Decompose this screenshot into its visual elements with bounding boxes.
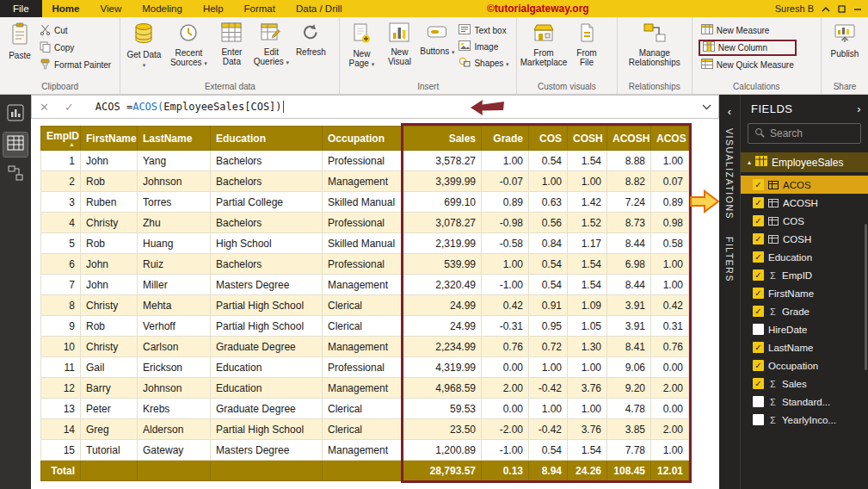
from-marketplace-button[interactable]: From Marketplace (520, 19, 568, 68)
formula-input[interactable]: ACOS = ACOS(EmployeeSales[COS]) (95, 101, 284, 113)
commit-formula-icon[interactable]: ✓ (57, 101, 82, 114)
fields-search-input[interactable]: Search (748, 123, 861, 144)
table-row[interactable]: 8ChristyMehtaPartial High SchoolClerical… (41, 295, 689, 316)
table-row[interactable]: 11GailEricksonEducationProfessional4,319… (41, 357, 689, 378)
restore-window-icon[interactable] (838, 5, 846, 13)
field-checkbox-checked[interactable]: ✓ (753, 233, 764, 244)
image-button[interactable]: Image (456, 39, 511, 55)
tab-view[interactable]: View (89, 0, 132, 17)
table-row[interactable]: 14GregAldersonPartial High SchoolClerica… (41, 419, 689, 440)
fields-scrollbar[interactable] (865, 224, 867, 370)
shapes-button[interactable]: Shapes ▾ (456, 55, 511, 71)
field-item-acosh[interactable]: ✓ACOSH (741, 194, 868, 212)
filters-pane-tab[interactable]: FILTERS (724, 237, 735, 282)
field-checkbox-unchecked[interactable] (753, 324, 764, 335)
edit-queries-button[interactable]: Edit Queries ▾ (250, 19, 292, 67)
data-view-button[interactable] (3, 133, 28, 157)
column-header-firstname[interactable]: FirstName (81, 127, 138, 151)
table-row[interactable]: 7JohnMillerMasters DegreeManagement2,320… (41, 275, 689, 295)
field-checkbox-checked[interactable]: ✓ (753, 179, 764, 190)
field-item-cos[interactable]: ✓COS (741, 212, 868, 230)
column-header-occupation[interactable]: Occupation (323, 127, 403, 151)
new-measure-button[interactable]: New Measure (699, 22, 797, 39)
new-page-button[interactable]: New Page ▾ (342, 19, 380, 69)
field-checkbox-checked[interactable]: ✓ (753, 306, 764, 317)
cancel-formula-icon[interactable]: ✕ (32, 101, 57, 114)
field-item-standard[interactable]: ΣStandard... (741, 393, 868, 411)
field-item-occupation[interactable]: ✓Occupation (741, 356, 868, 374)
enter-data-button[interactable]: Enter Data (212, 19, 250, 67)
recent-sources-button[interactable]: Recent Sources ▾ (164, 19, 212, 68)
column-header-sales[interactable]: Sales (403, 127, 482, 151)
table-row[interactable]: 2RobJohnsonBachelorsManagement3,399.99-0… (41, 171, 689, 192)
report-view-button[interactable] (3, 102, 28, 127)
field-item-sales[interactable]: ✓ΣSales (741, 374, 868, 393)
field-checkbox-checked[interactable]: ✓ (753, 342, 764, 353)
format-painter-button[interactable]: Format Painter (37, 57, 114, 74)
get-data-button[interactable]: Get Data ▾ (123, 19, 164, 70)
field-checkbox-checked[interactable]: ✓ (753, 378, 764, 389)
new-quick-measure-button[interactable]: New Quick Measure (699, 57, 797, 73)
cut-button[interactable]: Cut (37, 22, 114, 40)
field-item-cosh[interactable]: ✓COSH (741, 230, 868, 248)
column-header-cos[interactable]: COS (529, 127, 568, 151)
copy-button[interactable]: Copy (37, 40, 114, 57)
field-checkbox-checked[interactable]: ✓ (753, 197, 764, 208)
from-file-button[interactable]: From File (568, 19, 606, 68)
buttons-button[interactable]: Buttons ▾ (418, 19, 456, 56)
model-view-button[interactable] (3, 163, 28, 187)
field-item-acos[interactable]: ✓ACOS (741, 176, 868, 194)
field-checkbox-unchecked[interactable] (753, 396, 764, 407)
column-header-lastname[interactable]: LastName (138, 127, 211, 151)
new-column-button[interactable]: New Column (699, 40, 797, 56)
field-item-firstname[interactable]: ✓FirstName (741, 284, 868, 302)
tab-data-drill[interactable]: Data / Drill (286, 0, 353, 17)
field-checkbox-checked[interactable]: ✓ (753, 288, 764, 299)
field-checkbox-checked[interactable]: ✓ (753, 251, 764, 263)
table-row[interactable]: 10ChristyCarlsonGraduate DegreeManagemen… (41, 337, 689, 357)
field-checkbox-checked[interactable]: ✓ (753, 269, 764, 281)
formula-bar[interactable]: ✕ ✓ ACOS = ACOS(EmployeeSales[COS]) (31, 95, 719, 119)
field-checkbox-checked[interactable]: ✓ (753, 360, 764, 371)
collapse-fields-chevron-icon[interactable]: ‹ (728, 105, 731, 118)
field-checkbox-unchecked[interactable] (753, 414, 764, 425)
field-item-grade[interactable]: ✓ΣGrade (741, 302, 868, 320)
paste-button[interactable]: Paste (3, 19, 37, 60)
column-header-grade[interactable]: Grade (482, 127, 529, 151)
tab-modeling[interactable]: Modeling (132, 0, 193, 17)
table-row[interactable]: 12BarryJohnsonEducationManagement4,968.5… (41, 378, 689, 399)
field-checkbox-checked[interactable]: ✓ (753, 215, 764, 226)
visualizations-pane-tab[interactable]: VISUALIZATIONS (724, 128, 735, 220)
text-box-button[interactable]: Text box (456, 22, 511, 39)
table-row[interactable]: 3RubenTorresPartial CollegeSkilled Manua… (41, 192, 689, 213)
manage-relationships-button[interactable]: Manage Relationships (622, 19, 687, 68)
dataset-employeesales[interactable]: ▴ EmployeeSales (741, 152, 868, 172)
dataset-expander-icon[interactable]: ▴ (748, 158, 751, 166)
refresh-button[interactable]: Refresh (292, 19, 329, 57)
field-item-lastname[interactable]: ✓LastName (741, 338, 868, 356)
field-item-empid[interactable]: ✓ΣEmpID (741, 266, 868, 284)
tab-home[interactable]: Home (42, 0, 90, 17)
tab-help[interactable]: Help (193, 0, 234, 17)
publish-button[interactable]: Publish (824, 19, 865, 59)
table-row[interactable]: 15TutorialGatewayMasters DegreeManagemen… (41, 440, 689, 461)
table-row[interactable]: 1JohnYangBachelorsProfessional3,578.271.… (41, 151, 689, 171)
minimize-window-icon[interactable] (853, 5, 862, 13)
column-header-acos[interactable]: ACOS (651, 127, 689, 151)
field-item-hiredate[interactable]: HireDate (741, 320, 868, 338)
table-row[interactable]: 9RobVerhoffPartial High SchoolClerical24… (41, 316, 689, 337)
column-header-acosh[interactable]: ACOSH (607, 127, 651, 151)
column-header-empid[interactable]: EmpID▲ (41, 127, 81, 151)
column-header-education[interactable]: Education (211, 127, 323, 151)
table-row[interactable]: 5RobHuangHigh SchoolSkilled Manual2,319.… (41, 233, 689, 254)
collapse-ribbon-icon[interactable] (822, 6, 830, 12)
column-header-cosh[interactable]: COSH (568, 127, 607, 151)
table-row[interactable]: 13PeterKrebsGraduate DegreeClerical59.53… (41, 399, 689, 419)
formula-expand-chevron-icon[interactable] (702, 104, 711, 110)
new-visual-button[interactable]: New Visual (380, 19, 418, 67)
table-row[interactable]: 4ChristyZhuBachelorsProfessional3,078.27… (41, 213, 689, 233)
file-menu-button[interactable]: File (0, 0, 42, 17)
signed-in-user[interactable]: Suresh B (775, 3, 814, 14)
expand-fields-chevron-icon[interactable]: › (857, 102, 861, 115)
tab-format[interactable]: Format (234, 0, 286, 17)
